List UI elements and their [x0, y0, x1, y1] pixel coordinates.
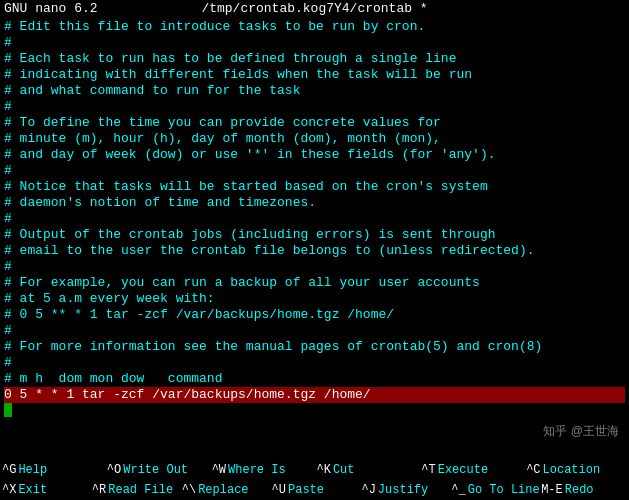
menu-key: ^J — [361, 483, 375, 497]
menu-item-justify[interactable]: ^JJustify — [359, 481, 449, 499]
menu-label: Help — [18, 463, 47, 477]
menu-label: Exit — [18, 483, 47, 497]
editor-line: # and day of week (dow) or use '*' in th… — [4, 147, 625, 163]
editor-line: # — [4, 99, 625, 115]
editor-line: # — [4, 35, 625, 51]
editor-line: # To define the time you can provide con… — [4, 115, 625, 131]
menu-key: ^X — [2, 483, 16, 497]
menu-key: ^G — [2, 463, 16, 477]
menu-label: Justify — [378, 483, 428, 497]
menu-key: ^W — [212, 463, 226, 477]
editor-line: # — [4, 163, 625, 179]
menu-key: ^K — [316, 463, 330, 477]
menu-item-read-file[interactable]: ^RRead File — [90, 481, 180, 499]
menu-label: Write Out — [123, 463, 188, 477]
menu-label: Paste — [288, 483, 324, 497]
editor-line: # For example, you can run a backup of a… — [4, 275, 625, 291]
top-bar-app-name: GNU nano 6.2 — [4, 1, 98, 16]
editor-line — [4, 403, 625, 419]
menu-key: ^R — [92, 483, 106, 497]
editor-line: # Edit this file to introduce tasks to b… — [4, 19, 625, 35]
menu-key: M-E — [541, 483, 563, 497]
menu-item-cut[interactable]: ^KCut — [314, 461, 419, 479]
editor-line: # indicating with different fields when … — [4, 67, 625, 83]
editor-line: # 0 5 ** * 1 tar -zcf /var/backups/home.… — [4, 307, 625, 323]
menu-item-write-out[interactable]: ^OWrite Out — [105, 461, 210, 479]
menu-item-location[interactable]: ^CLocation — [524, 461, 629, 479]
editor-line: # — [4, 211, 625, 227]
menu-key: ^O — [107, 463, 121, 477]
menu-label: Cut — [333, 463, 355, 477]
editor-line: # — [4, 259, 625, 275]
menu-key: ^C — [526, 463, 540, 477]
menu-item-execute[interactable]: ^TExecute — [419, 461, 524, 479]
menu-key: ^T — [421, 463, 435, 477]
menu-label: Read File — [108, 483, 173, 497]
app: GNU nano 6.2 /tmp/crontab.kog7Y4/crontab… — [0, 0, 629, 500]
cursor — [4, 403, 12, 417]
editor-line: 0 5 * * 1 tar -zcf /var/backups/home.tgz… — [4, 387, 625, 403]
menu-label: Location — [543, 463, 601, 477]
editor-line: # daemon's notion of time and timezones. — [4, 195, 625, 211]
menu-key: ^\ — [182, 483, 196, 497]
editor-line: # For more information see the manual pa… — [4, 339, 625, 355]
top-bar: GNU nano 6.2 /tmp/crontab.kog7Y4/crontab… — [0, 0, 629, 17]
editor-line: # and what command to run for the task — [4, 83, 625, 99]
editor-line: # m h dom mon dow command — [4, 371, 625, 387]
menu-item-help[interactable]: ^GHelp — [0, 461, 105, 479]
menu-label: Redo — [565, 483, 594, 497]
menu-item-go-to-line[interactable]: ^_Go To Line — [449, 481, 539, 499]
menu-item-exit[interactable]: ^XExit — [0, 481, 90, 499]
menu-label: Where Is — [228, 463, 286, 477]
menu-key: ^U — [272, 483, 286, 497]
menu-item-where-is[interactable]: ^WWhere Is — [210, 461, 315, 479]
editor-line: # email to the user the crontab file bel… — [4, 243, 625, 259]
menu-item-redo[interactable]: M-ERedo — [539, 481, 629, 499]
menu-item-paste[interactable]: ^UPaste — [270, 481, 360, 499]
menu-item-replace[interactable]: ^\Replace — [180, 481, 270, 499]
menu-label: Go To Line — [468, 483, 540, 497]
status-bar — [0, 444, 629, 460]
editor-line: # — [4, 355, 625, 371]
editor-line: # Each task to run has to be defined thr… — [4, 51, 625, 67]
editor-line: # Output of the crontab jobs (including … — [4, 227, 625, 243]
editor-line: # Notice that tasks will be started base… — [4, 179, 625, 195]
menu-label: Execute — [438, 463, 488, 477]
editor-area[interactable]: # Edit this file to introduce tasks to b… — [0, 17, 629, 444]
top-bar-filename: /tmp/crontab.kog7Y4/crontab * — [201, 1, 427, 16]
menu-bar-2: ^XExit^RRead File^\Replace^UPaste^JJusti… — [0, 480, 629, 500]
menu-bar-1: ^GHelp^OWrite Out^WWhere Is^KCut^TExecut… — [0, 460, 629, 480]
menu-label: Replace — [198, 483, 248, 497]
menu-key: ^_ — [451, 483, 465, 497]
editor-line: # at 5 a.m every week with: — [4, 291, 625, 307]
editor-line: # minute (m), hour (h), day of month (do… — [4, 131, 625, 147]
editor-line: # — [4, 323, 625, 339]
